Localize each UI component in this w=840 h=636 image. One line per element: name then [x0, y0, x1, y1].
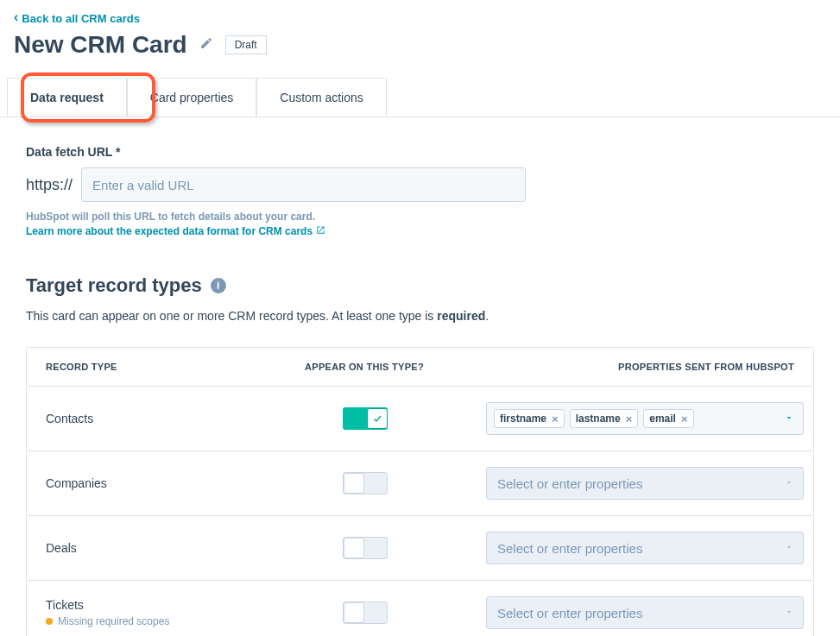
learn-more-label: Learn more about the expected data forma…	[26, 225, 313, 237]
toggle-knob	[344, 538, 364, 558]
record-type-name: Deals	[46, 541, 305, 555]
section-description: This card can appear on one or more CRM …	[26, 309, 826, 323]
back-link-label: Back to all CRM cards	[22, 12, 140, 25]
toggle-contacts[interactable]	[343, 407, 388, 430]
toggle-companies[interactable]	[343, 472, 388, 494]
chevron-down-icon	[784, 605, 794, 620]
learn-more-link[interactable]: Learn more about the expected data forma…	[26, 225, 325, 237]
properties-select-deals[interactable]: Select or enter properties	[486, 532, 804, 564]
table-row: Contacts firstname × lastname ×	[27, 386, 813, 450]
col-appear: APPEAR ON THIS TYPE?	[305, 362, 486, 372]
record-type-name: Contacts	[46, 412, 305, 425]
url-input[interactable]	[81, 167, 526, 202]
chip-email: email ×	[643, 409, 693, 428]
toggle-tickets[interactable]	[343, 601, 388, 624]
record-types-table: RECORD TYPE APPEAR ON THIS TYPE? PROPERT…	[26, 347, 814, 636]
toggle-knob	[344, 602, 364, 623]
table-row: Tickets Missing required scopes Select o…	[27, 580, 813, 636]
tab-card-properties[interactable]: Card properties	[127, 78, 257, 116]
page-title: New CRM Card	[14, 31, 187, 59]
chip-lastname: lastname ×	[570, 409, 639, 428]
chevron-down-icon	[784, 540, 794, 556]
edit-icon[interactable]	[199, 36, 213, 54]
chevron-left-icon: ‹	[14, 10, 18, 24]
back-link[interactable]: ‹ Back to all CRM cards	[14, 11, 140, 25]
table-row: Deals Select or enter properties	[27, 515, 813, 580]
col-record-type: RECORD TYPE	[46, 362, 305, 372]
chevron-down-icon	[784, 411, 794, 426]
properties-select-contacts[interactable]: firstname × lastname × email ×	[486, 402, 804, 435]
tabs: Data request Card properties Custom acti…	[0, 78, 840, 117]
info-icon[interactable]: i	[211, 278, 226, 293]
warning-dot-icon	[46, 618, 53, 625]
chip-remove-icon[interactable]: ×	[681, 413, 688, 425]
properties-select-tickets[interactable]: Select or enter properties	[486, 596, 804, 629]
url-label: Data fetch URL *	[26, 145, 826, 159]
status-badge: Draft	[225, 35, 267, 54]
external-link-icon	[316, 225, 325, 237]
toggle-knob	[344, 473, 364, 494]
table-header: RECORD TYPE APPEAR ON THIS TYPE? PROPERT…	[27, 348, 813, 386]
chevron-down-icon	[784, 475, 794, 491]
record-type-name: Companies	[46, 476, 305, 490]
tab-label: Custom actions	[280, 91, 363, 104]
col-properties: PROPERTIES SENT FROM HUBSPOT	[486, 362, 794, 372]
url-help-text: HubSpot will poll this URL to fetch deta…	[26, 211, 826, 223]
tab-label: Data request	[30, 91, 104, 104]
tab-custom-actions[interactable]: Custom actions	[256, 78, 386, 116]
tab-data-request[interactable]: Data request	[7, 78, 127, 116]
tab-label: Card properties	[150, 91, 234, 104]
record-type-name: Tickets	[46, 598, 305, 612]
select-placeholder: Select or enter properties	[497, 476, 642, 491]
properties-select-companies[interactable]: Select or enter properties	[486, 467, 804, 500]
chip-firstname: firstname ×	[494, 409, 565, 428]
toggle-deals[interactable]	[343, 537, 388, 559]
select-placeholder: Select or enter properties	[497, 541, 642, 556]
table-row: Companies Select or enter properties	[27, 450, 813, 515]
select-placeholder: Select or enter properties	[497, 606, 642, 620]
chip-remove-icon[interactable]: ×	[552, 413, 559, 425]
scope-warning: Missing required scopes	[46, 615, 305, 627]
section-heading: Target record types	[26, 274, 202, 297]
toggle-knob	[367, 408, 388, 429]
chip-remove-icon[interactable]: ×	[626, 413, 633, 425]
url-protocol: https://	[26, 176, 73, 194]
